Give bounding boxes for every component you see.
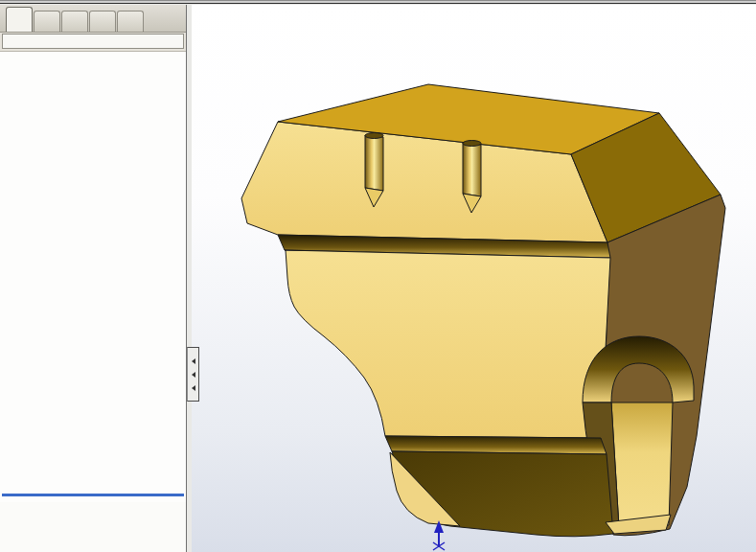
- window-top-edge: [0, 0, 756, 5]
- collapse-arrow-icon: [192, 385, 195, 391]
- manager-tab-bar: [0, 5, 186, 33]
- graphics-viewport[interactable]: [192, 5, 756, 552]
- collapse-arrow-icon: [192, 358, 195, 364]
- tab-overflow-button[interactable]: [171, 16, 178, 20]
- collapse-arrow-icon: [192, 372, 195, 378]
- rollback-bar[interactable]: [2, 494, 184, 496]
- cad-model: [192, 5, 756, 552]
- tab-featuremanager[interactable]: [6, 7, 33, 32]
- filter-row: [0, 33, 186, 52]
- tab-configurationmanager[interactable]: [61, 11, 88, 32]
- tree-filter-input[interactable]: [2, 34, 184, 49]
- tab-dimxpertmanager[interactable]: [89, 11, 116, 32]
- panel-splitter-handle[interactable]: [187, 347, 199, 402]
- feature-tree: [0, 52, 186, 502]
- solidworks-window: [0, 0, 756, 552]
- tab-propertymanager[interactable]: [34, 11, 60, 32]
- tab-displaymanager[interactable]: [117, 11, 144, 32]
- feature-manager-panel: [0, 5, 187, 552]
- panel-gutter: [187, 5, 192, 552]
